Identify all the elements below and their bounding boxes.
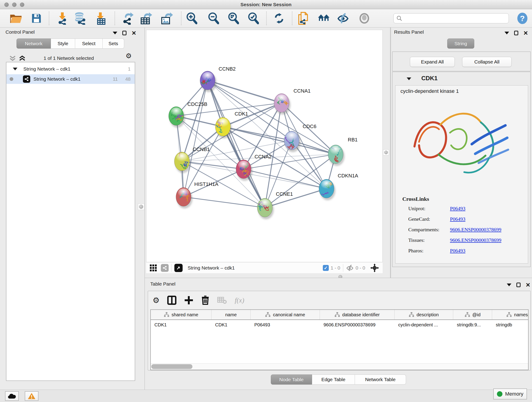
import-table-button[interactable]: [94, 12, 107, 25]
apply-style-refresh-button[interactable]: [272, 12, 286, 25]
entry-collapse-icon[interactable]: [407, 77, 411, 80]
help-button[interactable]: ?: [515, 12, 529, 25]
edge[interactable]: [182, 161, 244, 169]
application-window: Session: New Session: [0, 0, 532, 402]
save-session-button[interactable]: [30, 12, 43, 25]
scrollbar-thumb[interactable]: [151, 364, 192, 369]
network-collection-row[interactable]: String Network – cdk1 1: [6, 64, 135, 74]
crosslink-link[interactable]: P06493: [450, 206, 465, 211]
zoom-in-button[interactable]: [185, 12, 198, 25]
hide-selected-button[interactable]: [336, 12, 350, 25]
table-options-gear-icon[interactable]: ⚙: [152, 296, 159, 305]
panel-splitter-handle[interactable]: [383, 149, 389, 155]
import-network-button[interactable]: [56, 12, 69, 25]
node-label: RB1: [348, 137, 358, 143]
collapse-panel-icon[interactable]: [113, 32, 117, 34]
birdseye-crosshair-icon[interactable]: [370, 264, 379, 272]
tree-expand-icon[interactable]: [13, 68, 17, 70]
selected-checkbox-icon[interactable]: ✓: [323, 265, 329, 271]
tab-network[interactable]: Network: [17, 38, 51, 49]
edge[interactable]: [208, 80, 336, 154]
tab-node-table[interactable]: Node Table: [271, 375, 312, 385]
edge[interactable]: [184, 197, 265, 208]
tab-network-table[interactable]: Network Table: [355, 375, 406, 385]
edge[interactable]: [208, 80, 282, 103]
close-panel-icon[interactable]: ✕: [526, 283, 530, 287]
cell-canonical-name[interactable]: P06493: [251, 320, 320, 330]
collapse-panel-icon[interactable]: [505, 32, 509, 34]
selected-counts: 1 - 0: [331, 265, 340, 271]
tab-string[interactable]: String: [447, 38, 474, 49]
cell-database-identifier[interactable]: 9606.ENSP00000378699: [320, 320, 394, 330]
save-floppy-icon: [31, 13, 42, 24]
first-neighbors-button[interactable]: [317, 12, 331, 25]
copy-network-button[interactable]: [296, 12, 310, 25]
tab-select[interactable]: Select: [75, 38, 103, 49]
edge[interactable]: [184, 80, 208, 197]
cell-description[interactable]: cyclin-dependent ...: [394, 320, 453, 330]
network-graph[interactable]: CCNB2CCNA1CDC25BCDK1CDC6RB1CCNB1CCNA2CDK…: [146, 30, 382, 262]
cell-id[interactable]: stringdb:9...: [453, 320, 492, 330]
close-panel-icon[interactable]: ✕: [132, 31, 136, 35]
panel-splitter-handle[interactable]: [138, 204, 144, 210]
edge[interactable]: [265, 189, 326, 208]
warnings-button[interactable]: [25, 391, 38, 401]
collapse-all-button[interactable]: Collapse All: [462, 57, 512, 67]
horizontal-scrollbar[interactable]: [151, 363, 528, 370]
tab-sets[interactable]: Sets: [103, 38, 124, 49]
table-row[interactable]: CDK1 CDK1 P06493 9606.ENSP00000378699 cy…: [151, 320, 528, 330]
cell-namespace[interactable]: stringdb: [492, 320, 529, 330]
close-panel-icon[interactable]: ✕: [523, 31, 528, 35]
column-header-canonical-name[interactable]: canonical name: [251, 310, 320, 319]
network-row[interactable]: String Network – cdk1 11 48: [6, 74, 135, 84]
crosslink-link[interactable]: P06493: [450, 248, 465, 254]
zoom-out-button[interactable]: [206, 12, 220, 25]
tab-edge-table[interactable]: Edge Table: [312, 375, 355, 385]
crosslink-link[interactable]: 9606.ENSP00000378699: [450, 237, 501, 243]
column-header-description[interactable]: description: [394, 310, 453, 319]
toolbar-separator: [181, 12, 181, 25]
tab-style[interactable]: Style: [51, 38, 75, 49]
add-column-icon[interactable]: [184, 296, 193, 305]
node-count: 11: [113, 76, 118, 82]
network-style-icon[interactable]: [161, 264, 169, 272]
app-store-button[interactable]: [5, 391, 19, 401]
node-rb1[interactable]: RB1: [328, 137, 358, 166]
crosslink-link[interactable]: P06493: [450, 216, 465, 222]
show-all-button[interactable]: [357, 12, 371, 25]
export-image-button[interactable]: [160, 12, 174, 25]
float-panel-icon[interactable]: [516, 283, 520, 287]
column-header-name[interactable]: name: [211, 310, 251, 319]
export-table-button[interactable]: [139, 12, 153, 25]
open-session-button[interactable]: [9, 12, 23, 25]
show-columns-icon[interactable]: [167, 296, 177, 305]
column-header-id[interactable]: @id: [453, 310, 492, 319]
import-network-from-database-button[interactable]: [73, 12, 87, 25]
float-panel-icon[interactable]: [514, 31, 518, 35]
node-ccne1[interactable]: CCNE1: [256, 191, 293, 219]
cell-name[interactable]: CDK1: [211, 320, 251, 330]
network-options-gear-icon[interactable]: ⚙: [126, 52, 132, 60]
delete-column-trash-icon[interactable]: [201, 296, 209, 305]
grid-view-icon[interactable]: [150, 264, 157, 271]
node-cdkn1a[interactable]: CDKN1A: [319, 173, 358, 200]
edge[interactable]: [208, 80, 265, 208]
float-panel-icon[interactable]: [122, 31, 127, 35]
column-header-database-identifier[interactable]: database identifier: [320, 310, 394, 319]
crosslink-link[interactable]: 9606.ENSP00000378699: [450, 227, 501, 233]
export-network-button[interactable]: [121, 12, 135, 25]
memory-button[interactable]: Memory: [493, 389, 527, 400]
node-ccnb2[interactable]: CCNB2: [200, 66, 235, 92]
column-header-shared-name[interactable]: shared name: [151, 310, 211, 319]
expand-all-button[interactable]: Expand All: [410, 57, 455, 67]
column-header-namespace[interactable]: namespace: [492, 310, 529, 319]
zoom-fit-button[interactable]: [226, 12, 240, 25]
collapse-panel-icon[interactable]: [507, 283, 511, 286]
zoom-selected-button[interactable]: [246, 12, 260, 25]
node-ccna1[interactable]: CCNA1: [274, 88, 311, 115]
control-panel: Control Panel ✕ Network Style Select Set…: [0, 27, 145, 390]
cell-shared-name[interactable]: CDK1: [151, 320, 211, 330]
network-canvas[interactable]: CCNB2CCNA1CDC25BCDK1CDC6RB1CCNB1CCNA2CDK…: [146, 30, 383, 262]
detach-view-icon[interactable]: [174, 264, 183, 272]
search-input[interactable]: [402, 14, 509, 22]
